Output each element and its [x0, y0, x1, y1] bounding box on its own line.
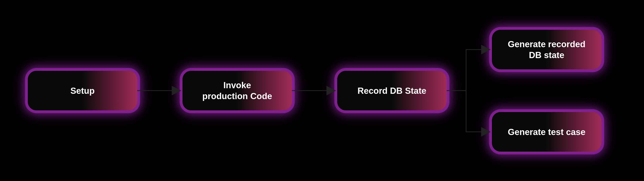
node-record-label: Record DB State — [358, 85, 426, 96]
node-setup: Setup — [28, 71, 137, 110]
connector-record-generate-test — [447, 90, 489, 132]
node-record: Record DB State — [337, 71, 447, 110]
node-invoke: Invokeproduction Code — [182, 71, 292, 110]
connector-record-generate-db — [447, 50, 489, 90]
node-generate-db-label: Generate recordedDB state — [508, 39, 585, 60]
node-setup-label: Setup — [70, 85, 94, 96]
node-generate-test-label: Generate test case — [508, 126, 585, 138]
node-generate-test: Generate test case — [492, 112, 601, 152]
node-generate-db: Generate recordedDB state — [492, 30, 601, 70]
node-invoke-label: Invokeproduction Code — [202, 80, 272, 102]
